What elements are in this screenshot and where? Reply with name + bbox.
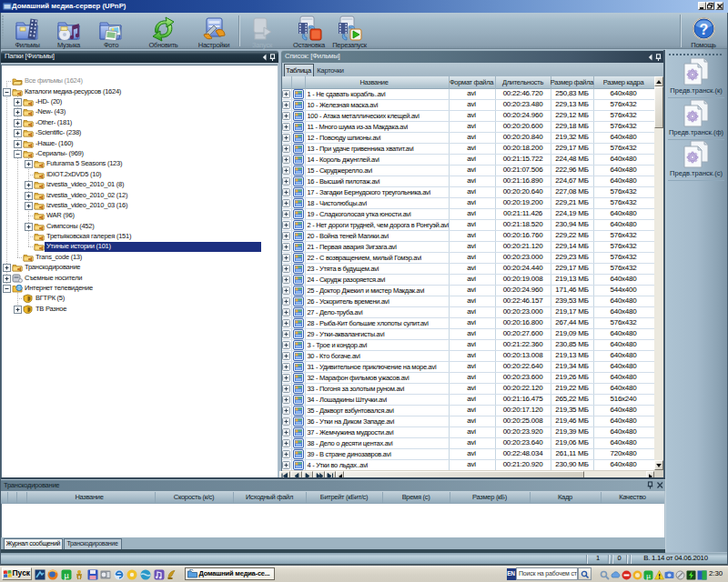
- svg-text:µ: µ: [64, 570, 68, 579]
- svg-text:µ: µ: [646, 571, 651, 579]
- svg-text:?: ?: [700, 22, 709, 37]
